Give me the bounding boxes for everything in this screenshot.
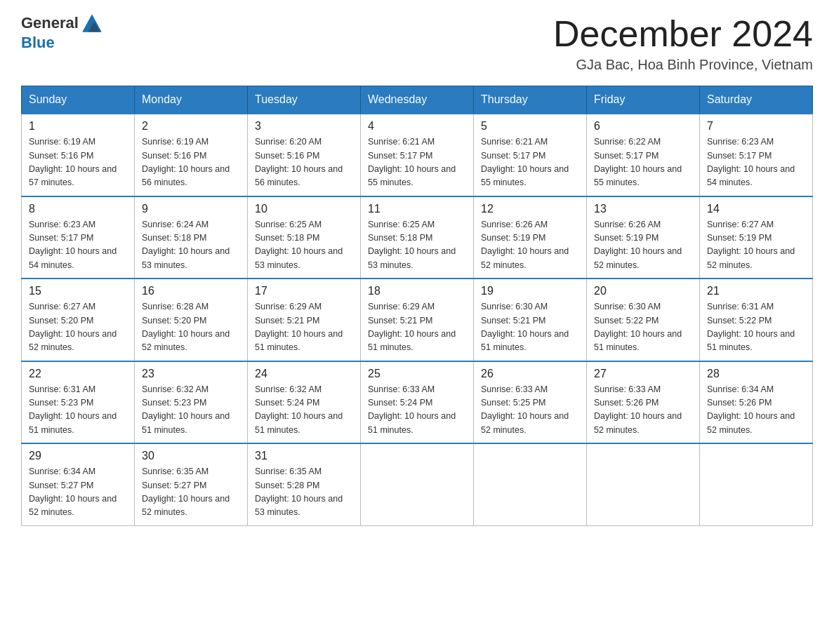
calendar-day-cell: 24Sunrise: 6:32 AMSunset: 5:24 PMDayligh… <box>248 361 361 444</box>
calendar-day-cell: 22Sunrise: 6:31 AMSunset: 5:23 PMDayligh… <box>22 361 135 444</box>
day-info: Sunrise: 6:22 AMSunset: 5:17 PMDaylight:… <box>594 135 692 190</box>
calendar-day-cell: 11Sunrise: 6:25 AMSunset: 5:18 PMDayligh… <box>361 196 474 279</box>
day-number: 17 <box>255 285 353 297</box>
day-info: Sunrise: 6:25 AMSunset: 5:18 PMDaylight:… <box>255 218 353 273</box>
calendar-day-cell <box>474 443 587 525</box>
calendar-day-cell: 14Sunrise: 6:27 AMSunset: 5:19 PMDayligh… <box>700 196 813 279</box>
calendar-day-cell: 6Sunrise: 6:22 AMSunset: 5:17 PMDaylight… <box>587 114 700 196</box>
weekday-header-sunday: Sunday <box>22 86 135 114</box>
day-info: Sunrise: 6:28 AMSunset: 5:20 PMDaylight:… <box>142 300 240 355</box>
day-number: 20 <box>594 285 692 297</box>
day-number: 6 <box>594 120 692 133</box>
day-info: Sunrise: 6:29 AMSunset: 5:21 PMDaylight:… <box>255 300 353 355</box>
calendar-day-cell: 3Sunrise: 6:20 AMSunset: 5:16 PMDaylight… <box>248 114 361 196</box>
day-info: Sunrise: 6:31 AMSunset: 5:22 PMDaylight:… <box>707 300 805 355</box>
day-number: 16 <box>142 285 240 297</box>
calendar-day-cell: 15Sunrise: 6:27 AMSunset: 5:20 PMDayligh… <box>22 279 135 361</box>
day-number: 10 <box>255 203 353 215</box>
calendar-day-cell <box>361 443 474 525</box>
calendar-day-cell: 2Sunrise: 6:19 AMSunset: 5:16 PMDaylight… <box>135 114 248 196</box>
day-info: Sunrise: 6:21 AMSunset: 5:17 PMDaylight:… <box>368 135 466 190</box>
day-number: 8 <box>29 203 127 215</box>
calendar-day-cell: 30Sunrise: 6:35 AMSunset: 5:27 PMDayligh… <box>135 443 248 525</box>
day-info: Sunrise: 6:19 AMSunset: 5:16 PMDaylight:… <box>29 135 127 190</box>
location-subtitle: GJa Bac, Hoa Binh Province, Vietnam <box>553 57 813 73</box>
calendar-day-cell: 27Sunrise: 6:33 AMSunset: 5:26 PMDayligh… <box>587 361 700 444</box>
calendar-day-cell: 31Sunrise: 6:35 AMSunset: 5:28 PMDayligh… <box>248 443 361 525</box>
day-number: 2 <box>142 120 240 133</box>
day-number: 23 <box>142 368 240 380</box>
day-number: 15 <box>29 285 127 297</box>
day-info: Sunrise: 6:26 AMSunset: 5:19 PMDaylight:… <box>594 218 692 273</box>
day-number: 24 <box>255 368 353 380</box>
day-info: Sunrise: 6:25 AMSunset: 5:18 PMDaylight:… <box>368 218 466 273</box>
calendar-day-cell: 1Sunrise: 6:19 AMSunset: 5:16 PMDaylight… <box>22 114 135 196</box>
calendar-day-cell: 16Sunrise: 6:28 AMSunset: 5:20 PMDayligh… <box>135 279 248 361</box>
calendar-day-cell <box>700 443 813 525</box>
day-info: Sunrise: 6:24 AMSunset: 5:18 PMDaylight:… <box>142 218 240 273</box>
day-info: Sunrise: 6:23 AMSunset: 5:17 PMDaylight:… <box>29 218 127 273</box>
month-title: December 2024 <box>553 14 813 54</box>
day-number: 27 <box>594 368 692 380</box>
day-number: 29 <box>29 450 127 462</box>
calendar-day-cell: 5Sunrise: 6:21 AMSunset: 5:17 PMDaylight… <box>474 114 587 196</box>
day-number: 11 <box>368 203 466 215</box>
calendar-day-cell: 29Sunrise: 6:34 AMSunset: 5:27 PMDayligh… <box>22 443 135 525</box>
day-info: Sunrise: 6:32 AMSunset: 5:23 PMDaylight:… <box>142 383 240 438</box>
calendar-day-cell: 9Sunrise: 6:24 AMSunset: 5:18 PMDaylight… <box>135 196 248 279</box>
calendar-day-cell: 12Sunrise: 6:26 AMSunset: 5:19 PMDayligh… <box>474 196 587 279</box>
day-number: 14 <box>707 203 805 215</box>
logo: General Blue <box>21 14 137 52</box>
day-number: 22 <box>29 368 127 380</box>
weekday-header-row: SundayMondayTuesdayWednesdayThursdayFrid… <box>22 86 813 114</box>
calendar-day-cell: 18Sunrise: 6:29 AMSunset: 5:21 PMDayligh… <box>361 279 474 361</box>
calendar-week-row: 22Sunrise: 6:31 AMSunset: 5:23 PMDayligh… <box>22 361 813 444</box>
day-number: 7 <box>707 120 805 133</box>
day-number: 3 <box>255 120 353 133</box>
calendar-day-cell: 25Sunrise: 6:33 AMSunset: 5:24 PMDayligh… <box>361 361 474 444</box>
day-number: 30 <box>142 450 240 462</box>
calendar-week-row: 15Sunrise: 6:27 AMSunset: 5:20 PMDayligh… <box>22 279 813 361</box>
logo-icon <box>81 11 103 34</box>
weekday-header-monday: Monday <box>135 86 248 114</box>
day-info: Sunrise: 6:33 AMSunset: 5:26 PMDaylight:… <box>594 383 692 438</box>
day-number: 1 <box>29 120 127 133</box>
calendar-day-cell: 21Sunrise: 6:31 AMSunset: 5:22 PMDayligh… <box>700 279 813 361</box>
calendar-day-cell: 19Sunrise: 6:30 AMSunset: 5:21 PMDayligh… <box>474 279 587 361</box>
title-section: December 2024 GJa Bac, Hoa Binh Province… <box>553 14 813 73</box>
calendar-day-cell: 10Sunrise: 6:25 AMSunset: 5:18 PMDayligh… <box>248 196 361 279</box>
calendar-day-cell: 8Sunrise: 6:23 AMSunset: 5:17 PMDaylight… <box>22 196 135 279</box>
day-info: Sunrise: 6:23 AMSunset: 5:17 PMDaylight:… <box>707 135 805 190</box>
calendar-table: SundayMondayTuesdayWednesdayThursdayFrid… <box>21 86 813 526</box>
day-info: Sunrise: 6:33 AMSunset: 5:25 PMDaylight:… <box>481 383 579 438</box>
day-info: Sunrise: 6:34 AMSunset: 5:26 PMDaylight:… <box>707 383 805 438</box>
day-number: 19 <box>481 285 579 297</box>
calendar-day-cell: 17Sunrise: 6:29 AMSunset: 5:21 PMDayligh… <box>248 279 361 361</box>
day-number: 18 <box>368 285 466 297</box>
day-number: 12 <box>481 203 579 215</box>
weekday-header-saturday: Saturday <box>700 86 813 114</box>
day-info: Sunrise: 6:21 AMSunset: 5:17 PMDaylight:… <box>481 135 579 190</box>
day-info: Sunrise: 6:35 AMSunset: 5:28 PMDaylight:… <box>255 465 353 520</box>
day-number: 9 <box>142 203 240 215</box>
calendar-week-row: 1Sunrise: 6:19 AMSunset: 5:16 PMDaylight… <box>22 114 813 196</box>
page-header: General Blue December 2024 GJa Bac, Hoa … <box>21 14 813 73</box>
day-number: 25 <box>368 368 466 380</box>
day-info: Sunrise: 6:26 AMSunset: 5:19 PMDaylight:… <box>481 218 579 273</box>
day-info: Sunrise: 6:31 AMSunset: 5:23 PMDaylight:… <box>29 383 127 438</box>
day-number: 13 <box>594 203 692 215</box>
calendar-day-cell: 4Sunrise: 6:21 AMSunset: 5:17 PMDaylight… <box>361 114 474 196</box>
calendar-week-row: 29Sunrise: 6:34 AMSunset: 5:27 PMDayligh… <box>22 443 813 525</box>
day-info: Sunrise: 6:30 AMSunset: 5:22 PMDaylight:… <box>594 300 692 355</box>
calendar-day-cell: 13Sunrise: 6:26 AMSunset: 5:19 PMDayligh… <box>587 196 700 279</box>
day-info: Sunrise: 6:32 AMSunset: 5:24 PMDaylight:… <box>255 383 353 438</box>
weekday-header-friday: Friday <box>587 86 700 114</box>
day-number: 21 <box>707 285 805 297</box>
day-number: 31 <box>255 450 353 462</box>
day-info: Sunrise: 6:33 AMSunset: 5:24 PMDaylight:… <box>368 383 466 438</box>
day-info: Sunrise: 6:29 AMSunset: 5:21 PMDaylight:… <box>368 300 466 355</box>
day-info: Sunrise: 6:30 AMSunset: 5:21 PMDaylight:… <box>481 300 579 355</box>
day-info: Sunrise: 6:19 AMSunset: 5:16 PMDaylight:… <box>142 135 240 190</box>
calendar-day-cell: 20Sunrise: 6:30 AMSunset: 5:22 PMDayligh… <box>587 279 700 361</box>
logo-general-text: General <box>21 14 79 32</box>
